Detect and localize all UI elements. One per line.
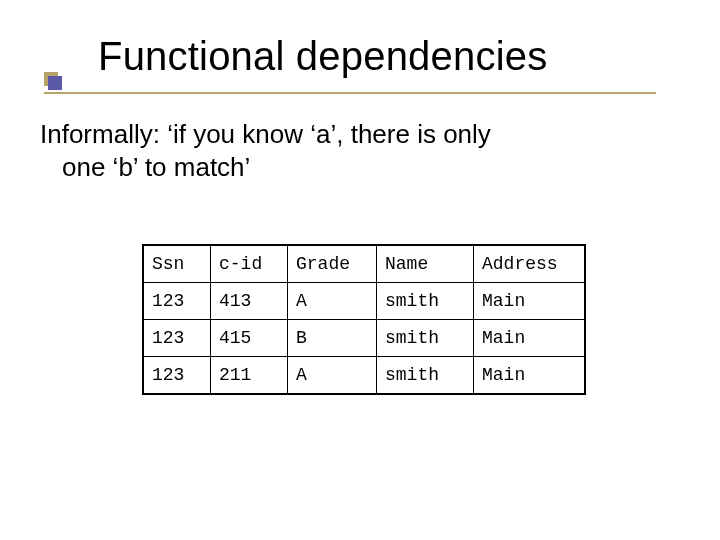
col-header-ssn: Ssn [144, 246, 211, 283]
dependencies-table: Ssn c-id Grade Name Address 123 413 A sm… [142, 244, 586, 395]
col-header-address: Address [474, 246, 585, 283]
cell-name: smith [377, 357, 474, 394]
slide: Functional dependencies Informally: ‘if … [0, 0, 720, 540]
cell-grade: A [288, 283, 377, 320]
cell-ssn: 123 [144, 357, 211, 394]
body-line-1: Informally: ‘if you know ‘a’, there is o… [40, 119, 491, 149]
cell-address: Main [474, 357, 585, 394]
slide-title: Functional dependencies [98, 34, 547, 78]
cell-cid: 211 [211, 357, 288, 394]
title-underline [44, 92, 656, 94]
cell-ssn: 123 [144, 283, 211, 320]
col-header-name: Name [377, 246, 474, 283]
cell-grade: B [288, 320, 377, 357]
cell-address: Main [474, 320, 585, 357]
cell-address: Main [474, 283, 585, 320]
body-text: Informally: ‘if you know ‘a’, there is o… [40, 118, 640, 183]
cell-name: smith [377, 283, 474, 320]
cell-name: smith [377, 320, 474, 357]
table-header-row: Ssn c-id Grade Name Address [144, 246, 585, 283]
cell-ssn: 123 [144, 320, 211, 357]
cell-cid: 415 [211, 320, 288, 357]
col-header-cid: c-id [211, 246, 288, 283]
title-block: Functional dependencies [44, 34, 664, 79]
table-row: 123 415 B smith Main [144, 320, 585, 357]
body-line-2: one ‘b’ to match’ [40, 151, 640, 184]
cell-cid: 413 [211, 283, 288, 320]
table-row: 123 413 A smith Main [144, 283, 585, 320]
table-row: 123 211 A smith Main [144, 357, 585, 394]
cell-grade: A [288, 357, 377, 394]
col-header-grade: Grade [288, 246, 377, 283]
